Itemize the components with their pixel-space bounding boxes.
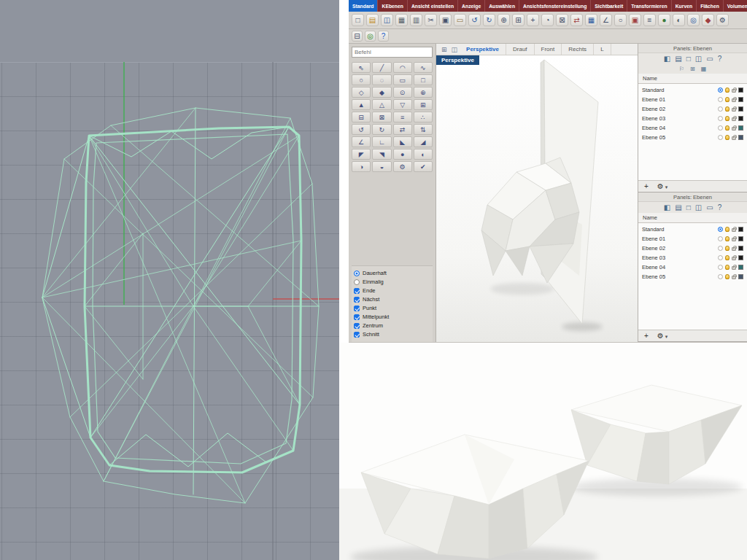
current-layer-radio[interactable] xyxy=(718,255,723,260)
gear-icon[interactable]: ⚙ xyxy=(716,14,729,26)
wireframe-viewport[interactable] xyxy=(0,0,339,560)
visibility-bulb-icon[interactable] xyxy=(725,255,729,260)
tool-point-icon[interactable]: ⊙ xyxy=(393,87,412,98)
viewport-tab[interactable]: Drauf xyxy=(506,44,535,55)
print-icon[interactable]: ▦ xyxy=(395,14,408,26)
tool-offset-icon[interactable]: ⊕ xyxy=(414,87,433,98)
tool-solid-icon[interactable]: ◆ xyxy=(372,87,391,98)
current-layer-radio[interactable] xyxy=(718,274,723,279)
monitor-icon[interactable]: ▭ xyxy=(706,55,713,63)
monitor-icon[interactable]: ▭ xyxy=(706,203,713,211)
tool-rectangle-icon[interactable]: ▭ xyxy=(393,74,412,85)
osnap-checkbox[interactable]: Schnitt xyxy=(354,331,430,338)
viewport-tab[interactable]: Front xyxy=(535,44,562,55)
layer-row[interactable]: Ebene 02 xyxy=(638,244,747,253)
tool-loft-icon[interactable]: △ xyxy=(372,99,391,110)
lock-icon[interactable] xyxy=(732,117,736,121)
visibility-bulb-icon[interactable] xyxy=(725,135,729,140)
layer-row[interactable]: Ebene 05 xyxy=(638,272,747,281)
osnap-checkbox[interactable]: Nächst xyxy=(354,296,430,303)
tool-mesh-icon[interactable]: ⊞ xyxy=(414,99,433,110)
layer-color-swatch[interactable] xyxy=(738,255,743,260)
sheet-icon[interactable]: ▤ xyxy=(675,55,681,63)
tool-arc-icon[interactable]: ◠ xyxy=(393,62,412,73)
rotate-view-icon[interactable]: ◔ xyxy=(541,14,554,26)
tool-blend-icon[interactable]: ◥ xyxy=(372,149,391,160)
layer-row[interactable]: Ebene 05 xyxy=(638,133,747,142)
visibility-bulb-icon[interactable] xyxy=(725,97,729,102)
viewport-grid-icon[interactable]: ⊞ xyxy=(439,46,449,53)
current-layer-radio[interactable] xyxy=(718,135,723,140)
layer-color-swatch[interactable] xyxy=(738,246,743,251)
tool-corner-icon[interactable]: ◤ xyxy=(352,149,371,160)
save-icon[interactable]: ◫ xyxy=(381,14,393,26)
osnap-checkbox[interactable]: Punkt xyxy=(354,305,430,311)
hide-icon[interactable]: ○ xyxy=(614,14,627,26)
current-layer-radio[interactable] xyxy=(718,227,723,232)
tool-split-icon[interactable]: ⊠ xyxy=(372,112,391,122)
lock-icon[interactable] xyxy=(732,238,736,241)
menu-tab[interactable]: Ansichtsfenstereinstellung xyxy=(519,0,591,12)
layer-row[interactable]: Ebene 04 xyxy=(638,123,747,133)
redo-icon[interactable]: ↻ xyxy=(483,14,495,26)
render-icon[interactable]: ● xyxy=(658,14,670,26)
layer-row[interactable]: Ebene 01 xyxy=(638,234,747,244)
grid-panel-icon[interactable]: ⊞ xyxy=(690,66,695,72)
layer-row[interactable]: Standard xyxy=(638,225,747,234)
lock-icon[interactable] xyxy=(732,228,736,232)
zoom-icon[interactable]: ⊕ xyxy=(498,14,510,26)
tool-sweep-icon[interactable]: ▽ xyxy=(393,99,412,110)
tool-shade-icon[interactable]: ◐ xyxy=(414,149,433,160)
current-layer-radio[interactable] xyxy=(718,125,723,131)
layers-icon[interactable]: ≡ xyxy=(643,14,656,26)
viewport-tab[interactable]: Rechts xyxy=(562,44,594,55)
pan-icon[interactable]: + xyxy=(527,14,539,26)
current-layer-radio[interactable] xyxy=(718,106,723,112)
copy-icon[interactable]: ▣ xyxy=(439,14,452,26)
layer-color-swatch[interactable] xyxy=(738,274,743,279)
tool-select-icon[interactable]: ⇖ xyxy=(352,62,371,73)
box-icon[interactable]: □ xyxy=(686,203,691,211)
osnap-checkbox[interactable]: Mittelpunkt xyxy=(354,314,430,320)
layer-color-swatch[interactable] xyxy=(738,97,743,102)
lock-icon[interactable] xyxy=(732,276,736,279)
layer-settings-button[interactable]: ⚙▾ xyxy=(657,182,667,190)
tool-mirror-icon[interactable]: ⇄ xyxy=(393,124,412,135)
menu-tab[interactable]: KEbenen xyxy=(378,0,407,12)
zoom-extents-icon[interactable]: ⊠ xyxy=(556,14,568,26)
visibility-bulb-icon[interactable] xyxy=(725,246,729,251)
tool-ortho-icon[interactable]: ∟ xyxy=(372,136,391,147)
flag-icon[interactable]: ⚐ xyxy=(679,66,684,72)
box-icon[interactable]: □ xyxy=(686,55,691,63)
lock-icon[interactable] xyxy=(732,247,736,251)
tool-angle-icon[interactable]: ∠ xyxy=(352,136,371,147)
visibility-bulb-icon[interactable] xyxy=(725,88,729,93)
visibility-bulb-icon[interactable] xyxy=(725,274,729,279)
measure-icon[interactable]: ∠ xyxy=(600,14,612,26)
tool-fillet-icon[interactable]: ◣ xyxy=(393,136,412,147)
tool-box-icon[interactable]: □ xyxy=(414,74,433,85)
table-icon[interactable]: ▦ xyxy=(701,66,707,72)
osnap-checkbox[interactable]: Ende xyxy=(354,287,430,294)
layer-settings-button[interactable]: ⚙▾ xyxy=(657,332,667,340)
tool-extrude-icon[interactable]: ▲ xyxy=(352,99,371,110)
tool-settings-icon[interactable]: ⚙ xyxy=(393,161,412,172)
layer-color-swatch[interactable] xyxy=(738,265,743,270)
lock-icon[interactable] xyxy=(732,108,736,112)
tool-dot-icon[interactable]: ● xyxy=(393,149,412,160)
add-layer-button[interactable]: + xyxy=(644,332,649,340)
menu-tab[interactable]: Auswählen xyxy=(485,0,519,12)
layer-row[interactable]: Ebene 04 xyxy=(638,262,747,272)
tool-circle-icon[interactable]: ○ xyxy=(352,74,371,85)
undo-icon[interactable]: ↺ xyxy=(468,14,481,26)
tool-chamfer-icon[interactable]: ◢ xyxy=(414,136,433,147)
layer-color-swatch[interactable] xyxy=(738,125,743,131)
current-layer-radio[interactable] xyxy=(718,236,723,241)
visibility-bulb-icon[interactable] xyxy=(725,116,729,121)
grid-snap-icon[interactable]: ▦ xyxy=(585,14,597,26)
perspective-viewport[interactable]: Perspektive xyxy=(436,55,638,342)
current-layer-radio[interactable] xyxy=(718,116,723,121)
tool-check-icon[interactable]: ✔ xyxy=(414,161,433,172)
layer-color-swatch[interactable] xyxy=(738,227,743,232)
visibility-bulb-icon[interactable] xyxy=(725,125,729,131)
